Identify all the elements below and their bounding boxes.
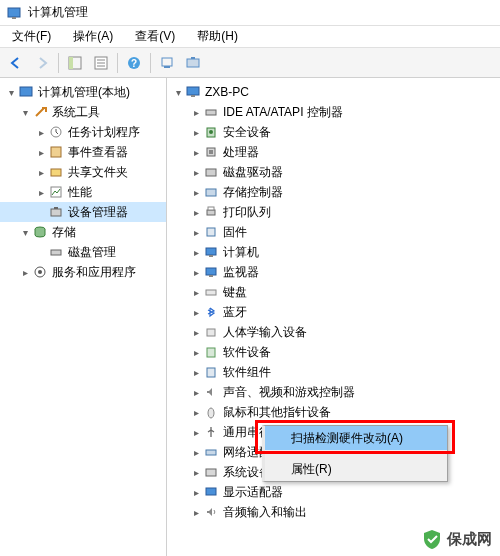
tree-item-devicemgr[interactable]: 设备管理器 bbox=[0, 202, 166, 222]
forward-button[interactable] bbox=[30, 51, 54, 75]
help-button[interactable]: ? bbox=[122, 51, 146, 75]
hid-icon bbox=[203, 324, 219, 340]
collapse-icon[interactable]: ▾ bbox=[18, 105, 32, 119]
expand-icon[interactable]: ▸ bbox=[189, 345, 203, 359]
device-category[interactable]: ▸鼠标和其他指针设备 bbox=[167, 402, 500, 422]
device-category[interactable]: ▸计算机 bbox=[167, 242, 500, 262]
expand-icon[interactable]: ▸ bbox=[189, 485, 203, 499]
expand-icon[interactable]: ▸ bbox=[189, 225, 203, 239]
device-button[interactable] bbox=[155, 51, 179, 75]
device-tree: ▾ ZXB-PC ▸IDE ATA/ATAPI 控制器▸安全设备▸处理器▸磁盘驱… bbox=[167, 78, 500, 556]
expand-icon[interactable]: ▸ bbox=[34, 145, 48, 159]
svg-rect-40 bbox=[209, 275, 213, 277]
device-label: 人体学输入设备 bbox=[223, 324, 307, 341]
expand-icon[interactable]: ▸ bbox=[34, 165, 48, 179]
properties-button[interactable] bbox=[89, 51, 113, 75]
device-label: 鼠标和其他指针设备 bbox=[223, 404, 331, 421]
device-category[interactable]: ▸键盘 bbox=[167, 282, 500, 302]
expand-icon[interactable]: ▸ bbox=[189, 185, 203, 199]
expand-icon[interactable]: ▸ bbox=[34, 125, 48, 139]
expand-icon[interactable]: ▸ bbox=[189, 245, 203, 259]
device-category[interactable]: ▸软件设备 bbox=[167, 342, 500, 362]
expand-icon[interactable]: ▸ bbox=[189, 305, 203, 319]
device-category[interactable]: ▸打印队列 bbox=[167, 202, 500, 222]
tree-item-perf[interactable]: ▸ 性能 bbox=[0, 182, 166, 202]
expand-icon[interactable]: ▸ bbox=[189, 265, 203, 279]
tree-item-diskmgmt[interactable]: 磁盘管理 bbox=[0, 242, 166, 262]
device-category[interactable]: ▸监视器 bbox=[167, 262, 500, 282]
expand-icon[interactable]: ▸ bbox=[189, 385, 203, 399]
expand-icon[interactable]: ▸ bbox=[18, 265, 32, 279]
collapse-icon[interactable]: ▾ bbox=[4, 85, 18, 99]
device-label: 软件设备 bbox=[223, 344, 271, 361]
tree-label: 任务计划程序 bbox=[68, 124, 140, 141]
tree-storage[interactable]: ▾ 存储 bbox=[0, 222, 166, 242]
security-icon bbox=[203, 124, 219, 140]
diskdrv-icon bbox=[203, 164, 219, 180]
device-category[interactable]: ▸IDE ATA/ATAPI 控制器 bbox=[167, 102, 500, 122]
menu-view[interactable]: 查看(V) bbox=[129, 26, 181, 47]
device-category[interactable]: ▸磁盘驱动器 bbox=[167, 162, 500, 182]
device-category[interactable]: ▸蓝牙 bbox=[167, 302, 500, 322]
svg-rect-38 bbox=[209, 255, 213, 257]
tree-root[interactable]: ▾ 计算机管理(本地) bbox=[0, 82, 166, 102]
svg-rect-14 bbox=[20, 87, 32, 96]
device-category[interactable]: ▸存储控制器 bbox=[167, 182, 500, 202]
expand-icon[interactable]: ▸ bbox=[189, 165, 203, 179]
menu-help[interactable]: 帮助(H) bbox=[191, 26, 244, 47]
tree-label: 系统工具 bbox=[52, 104, 100, 121]
expand-icon[interactable]: ▸ bbox=[189, 465, 203, 479]
tree-label: ZXB-PC bbox=[205, 85, 249, 99]
device-category[interactable]: ▸显示适配器 bbox=[167, 482, 500, 502]
tree-item-scheduler[interactable]: ▸ 任务计划程序 bbox=[0, 122, 166, 142]
tree-label: 事件查看器 bbox=[68, 144, 128, 161]
menubar: 文件(F) 操作(A) 查看(V) 帮助(H) bbox=[0, 26, 500, 48]
device-label: 键盘 bbox=[223, 284, 247, 301]
scan-hardware-button[interactable] bbox=[181, 51, 205, 75]
firmware-icon bbox=[203, 224, 219, 240]
device-label: 音频输入和输出 bbox=[223, 504, 307, 521]
expand-icon[interactable]: ▸ bbox=[189, 365, 203, 379]
device-category[interactable]: ▸人体学输入设备 bbox=[167, 322, 500, 342]
tree-item-eventviewer[interactable]: ▸ 事件查看器 bbox=[0, 142, 166, 162]
menu-action[interactable]: 操作(A) bbox=[67, 26, 119, 47]
perf-icon bbox=[48, 184, 64, 200]
titlebar: 计算机管理 bbox=[0, 0, 500, 26]
back-button[interactable] bbox=[4, 51, 28, 75]
expand-icon[interactable]: ▸ bbox=[189, 505, 203, 519]
expand-icon[interactable]: ▸ bbox=[34, 185, 48, 199]
tree-label: 计算机管理(本地) bbox=[38, 84, 130, 101]
expand-icon[interactable]: ▸ bbox=[189, 425, 203, 439]
collapse-icon[interactable]: ▾ bbox=[171, 85, 185, 99]
expand-icon[interactable]: ▸ bbox=[189, 125, 203, 139]
tree-label: 磁盘管理 bbox=[68, 244, 116, 261]
device-category[interactable]: ▸安全设备 bbox=[167, 122, 500, 142]
menu-file[interactable]: 文件(F) bbox=[6, 26, 57, 47]
separator bbox=[117, 53, 118, 73]
tree-services[interactable]: ▸ 服务和应用程序 bbox=[0, 262, 166, 282]
expand-icon[interactable]: ▸ bbox=[189, 325, 203, 339]
show-hide-button[interactable] bbox=[63, 51, 87, 75]
device-root[interactable]: ▾ ZXB-PC bbox=[167, 82, 500, 102]
expand-icon[interactable]: ▸ bbox=[189, 405, 203, 419]
tree-systools[interactable]: ▾ 系统工具 bbox=[0, 102, 166, 122]
ctx-properties[interactable]: 属性(R) bbox=[265, 457, 447, 481]
expand-icon[interactable]: ▸ bbox=[189, 105, 203, 119]
svg-rect-39 bbox=[206, 268, 216, 275]
device-category[interactable]: ▸音频输入和输出 bbox=[167, 502, 500, 522]
device-category[interactable]: ▸软件组件 bbox=[167, 362, 500, 382]
expand-icon[interactable]: ▸ bbox=[189, 145, 203, 159]
collapse-icon[interactable]: ▾ bbox=[18, 225, 32, 239]
tree-label: 服务和应用程序 bbox=[52, 264, 136, 281]
svg-rect-48 bbox=[206, 488, 216, 495]
expand-icon[interactable]: ▸ bbox=[189, 205, 203, 219]
expand-icon[interactable]: ▸ bbox=[189, 285, 203, 299]
device-category[interactable]: ▸固件 bbox=[167, 222, 500, 242]
device-label: IDE ATA/ATAPI 控制器 bbox=[223, 104, 343, 121]
tree-item-shared[interactable]: ▸ 共享文件夹 bbox=[0, 162, 166, 182]
ctx-scan-hardware[interactable]: 扫描检测硬件改动(A) bbox=[265, 426, 447, 450]
expand-icon[interactable]: ▸ bbox=[189, 445, 203, 459]
device-category[interactable]: ▸声音、视频和游戏控制器 bbox=[167, 382, 500, 402]
device-label: 计算机 bbox=[223, 244, 259, 261]
device-category[interactable]: ▸处理器 bbox=[167, 142, 500, 162]
